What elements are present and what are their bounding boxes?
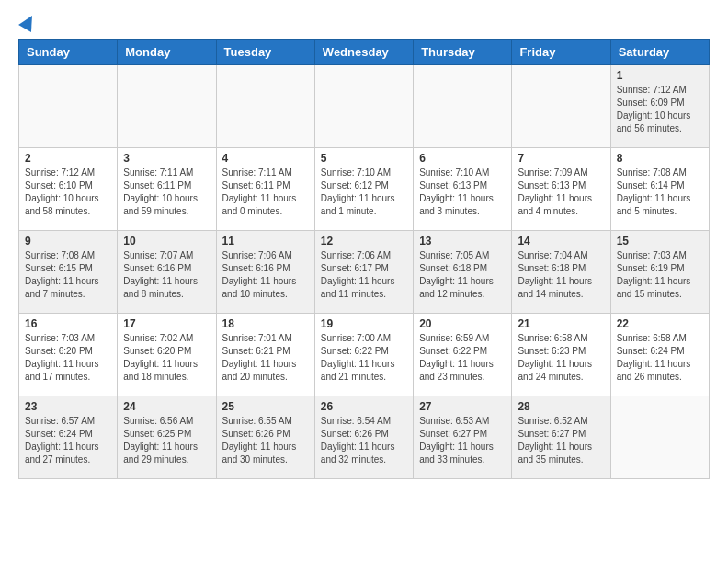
day-number: 20 [419,317,506,330]
calendar-day-cell: 26Sunrise: 6:54 AM Sunset: 6:26 PM Dayli… [314,396,413,479]
day-info: Sunrise: 7:08 AM Sunset: 6:15 PM Dayligh… [25,249,111,301]
day-info: Sunrise: 6:58 AM Sunset: 6:24 PM Dayligh… [617,332,703,384]
calendar-header-monday: Monday [118,40,216,65]
calendar-day-cell: 4Sunrise: 7:11 AM Sunset: 6:11 PM Daylig… [216,148,314,231]
day-info: Sunrise: 7:04 AM Sunset: 6:18 PM Dayligh… [518,249,604,301]
calendar-day-cell: 18Sunrise: 7:01 AM Sunset: 6:21 PM Dayli… [216,314,314,396]
calendar-day-cell: 15Sunrise: 7:03 AM Sunset: 6:19 PM Dayli… [610,231,709,314]
calendar-day-cell [216,65,314,148]
day-info: Sunrise: 6:56 AM Sunset: 6:25 PM Dayligh… [123,415,210,466]
calendar-day-cell: 3Sunrise: 7:11 AM Sunset: 6:11 PM Daylig… [118,148,216,231]
day-number: 24 [123,400,210,413]
calendar-day-cell: 8Sunrise: 7:08 AM Sunset: 6:14 PM Daylig… [610,148,709,231]
day-number: 28 [518,400,604,413]
day-info: Sunrise: 7:02 AM Sunset: 6:20 PM Dayligh… [123,332,210,384]
day-number: 8 [617,152,703,165]
calendar-day-cell: 7Sunrise: 7:09 AM Sunset: 6:13 PM Daylig… [512,148,610,231]
day-number: 15 [617,235,703,247]
day-number: 12 [321,235,407,247]
calendar-day-cell: 1Sunrise: 7:12 AM Sunset: 6:09 PM Daylig… [610,65,709,148]
day-info: Sunrise: 7:11 AM Sunset: 6:11 PM Dayligh… [222,167,309,218]
calendar-table: SundayMondayTuesdayWednesdayThursdayFrid… [18,39,710,479]
day-info: Sunrise: 7:08 AM Sunset: 6:14 PM Dayligh… [617,167,703,218]
calendar-day-cell: 14Sunrise: 7:04 AM Sunset: 6:18 PM Dayli… [512,231,610,314]
day-info: Sunrise: 6:54 AM Sunset: 6:26 PM Dayligh… [321,415,407,466]
calendar-day-cell: 17Sunrise: 7:02 AM Sunset: 6:20 PM Dayli… [118,314,216,396]
day-info: Sunrise: 7:06 AM Sunset: 6:17 PM Dayligh… [321,249,407,301]
day-info: Sunrise: 7:05 AM Sunset: 6:18 PM Dayligh… [419,249,506,301]
calendar-day-cell: 16Sunrise: 7:03 AM Sunset: 6:20 PM Dayli… [19,314,118,396]
day-number: 10 [123,235,210,247]
calendar-day-cell: 11Sunrise: 7:06 AM Sunset: 6:16 PM Dayli… [216,231,314,314]
calendar-header-friday: Friday [512,40,610,65]
calendar-day-cell: 25Sunrise: 6:55 AM Sunset: 6:26 PM Dayli… [216,396,314,479]
calendar-day-cell: 20Sunrise: 6:59 AM Sunset: 6:22 PM Dayli… [414,314,512,396]
day-number: 18 [222,317,309,330]
calendar-day-cell: 9Sunrise: 7:08 AM Sunset: 6:15 PM Daylig… [19,231,118,314]
calendar-day-cell: 2Sunrise: 7:12 AM Sunset: 6:10 PM Daylig… [19,148,118,231]
day-number: 16 [25,317,111,330]
calendar-day-cell: 22Sunrise: 6:58 AM Sunset: 6:24 PM Dayli… [610,314,709,396]
day-info: Sunrise: 7:00 AM Sunset: 6:22 PM Dayligh… [321,332,407,384]
day-info: Sunrise: 7:01 AM Sunset: 6:21 PM Dayligh… [222,332,309,384]
day-number: 21 [518,317,604,330]
day-number: 19 [321,317,407,330]
calendar-week-row: 16Sunrise: 7:03 AM Sunset: 6:20 PM Dayli… [19,314,710,396]
day-info: Sunrise: 7:07 AM Sunset: 6:16 PM Dayligh… [123,249,210,301]
day-number: 14 [518,235,604,247]
day-number: 22 [617,317,703,330]
calendar-day-cell: 19Sunrise: 7:00 AM Sunset: 6:22 PM Dayli… [314,314,413,396]
calendar-day-cell [314,65,413,148]
day-number: 7 [518,152,604,165]
calendar-day-cell [414,65,512,148]
logo-triangle-icon [18,12,39,32]
day-info: Sunrise: 7:12 AM Sunset: 6:10 PM Dayligh… [25,167,111,218]
calendar-week-row: 9Sunrise: 7:08 AM Sunset: 6:15 PM Daylig… [19,231,710,314]
day-info: Sunrise: 6:58 AM Sunset: 6:23 PM Dayligh… [518,332,604,384]
calendar-week-row: 2Sunrise: 7:12 AM Sunset: 6:10 PM Daylig… [19,148,710,231]
calendar-week-row: 1Sunrise: 7:12 AM Sunset: 6:09 PM Daylig… [19,65,710,148]
day-number: 2 [25,152,111,165]
logo [18,18,36,29]
calendar-day-cell: 24Sunrise: 6:56 AM Sunset: 6:25 PM Dayli… [118,396,216,479]
day-info: Sunrise: 6:53 AM Sunset: 6:27 PM Dayligh… [419,415,506,466]
calendar-header-wednesday: Wednesday [314,40,413,65]
day-number: 3 [123,152,210,165]
calendar-day-cell: 5Sunrise: 7:10 AM Sunset: 6:12 PM Daylig… [314,148,413,231]
day-info: Sunrise: 6:59 AM Sunset: 6:22 PM Dayligh… [419,332,506,384]
calendar-header-tuesday: Tuesday [216,40,314,65]
day-number: 11 [222,235,309,247]
day-info: Sunrise: 7:09 AM Sunset: 6:13 PM Dayligh… [518,167,604,218]
day-number: 5 [321,152,407,165]
page-header [18,18,710,29]
day-number: 9 [25,235,111,247]
day-number: 27 [419,400,506,413]
calendar-day-cell: 27Sunrise: 6:53 AM Sunset: 6:27 PM Dayli… [414,396,512,479]
calendar-day-cell: 23Sunrise: 6:57 AM Sunset: 6:24 PM Dayli… [19,396,118,479]
day-number: 13 [419,235,506,247]
day-number: 23 [25,400,111,413]
calendar-day-cell: 28Sunrise: 6:52 AM Sunset: 6:27 PM Dayli… [512,396,610,479]
day-number: 4 [222,152,309,165]
calendar-day-cell: 13Sunrise: 7:05 AM Sunset: 6:18 PM Dayli… [414,231,512,314]
day-info: Sunrise: 7:06 AM Sunset: 6:16 PM Dayligh… [222,249,309,301]
day-number: 1 [617,69,703,82]
calendar-day-cell [610,396,709,479]
day-number: 26 [321,400,407,413]
day-info: Sunrise: 7:03 AM Sunset: 6:19 PM Dayligh… [617,249,703,301]
calendar-day-cell [19,65,118,148]
calendar-day-cell [512,65,610,148]
day-info: Sunrise: 7:12 AM Sunset: 6:09 PM Dayligh… [617,84,703,135]
calendar-header-row: SundayMondayTuesdayWednesdayThursdayFrid… [19,40,710,65]
calendar-week-row: 23Sunrise: 6:57 AM Sunset: 6:24 PM Dayli… [19,396,710,479]
calendar-day-cell: 21Sunrise: 6:58 AM Sunset: 6:23 PM Dayli… [512,314,610,396]
day-number: 25 [222,400,309,413]
calendar-day-cell: 10Sunrise: 7:07 AM Sunset: 6:16 PM Dayli… [118,231,216,314]
day-info: Sunrise: 7:10 AM Sunset: 6:13 PM Dayligh… [419,167,506,218]
calendar-header-thursday: Thursday [414,40,512,65]
day-number: 17 [123,317,210,330]
calendar-day-cell [118,65,216,148]
day-number: 6 [419,152,506,165]
day-info: Sunrise: 6:52 AM Sunset: 6:27 PM Dayligh… [518,415,604,466]
calendar-day-cell: 6Sunrise: 7:10 AM Sunset: 6:13 PM Daylig… [414,148,512,231]
